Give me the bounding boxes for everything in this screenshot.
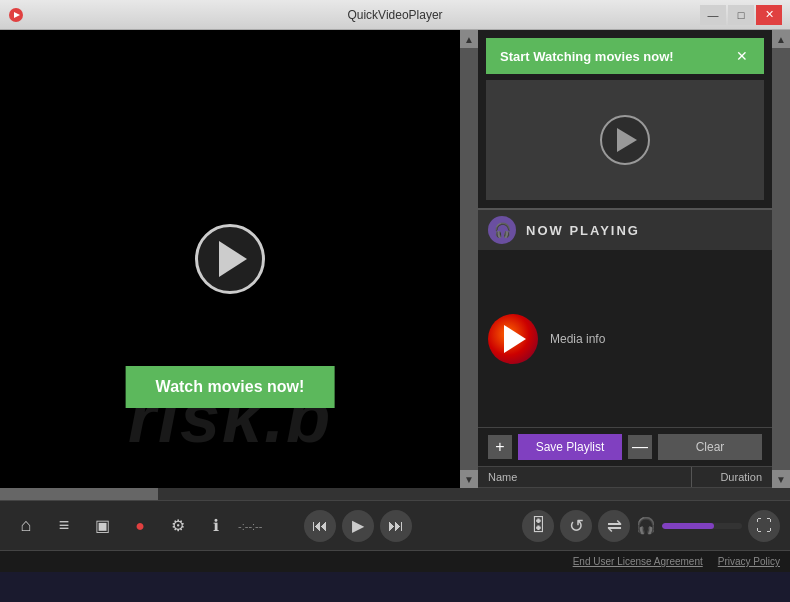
shuffle-button[interactable]: ⇌ — [598, 510, 630, 542]
now-playing-title: NOW PLAYING — [526, 223, 640, 238]
headphones-icon: 🎧 — [488, 216, 516, 244]
settings-button[interactable]: ⚙ — [162, 510, 194, 542]
next-button[interactable]: ⏭ — [380, 510, 412, 542]
playlist-table-header: Name Duration — [478, 466, 772, 488]
content-area: risk.b Watch movies now! ▲ ▼ Start Watch… — [0, 30, 790, 488]
right-scroll-up[interactable]: ▲ — [772, 30, 790, 48]
ad-section: Start Watching movies now! ✕ — [478, 30, 772, 208]
media-info-area: Media info — [478, 250, 772, 427]
ad-play-button[interactable] — [600, 115, 650, 165]
bottom-controls: ⌂ ≡ ▣ ● ⚙ ℹ -:--:-- ⏮ ▶ ⏭ 🎛 ↺ ⇌ 🎧 ⛶ — [0, 500, 790, 550]
close-button[interactable]: ✕ — [756, 5, 782, 25]
scroll-up-arrow[interactable]: ▲ — [460, 30, 478, 48]
window-title: QuickVideoPlayer — [347, 8, 442, 22]
home-button[interactable]: ⌂ — [10, 510, 42, 542]
eula-link[interactable]: End User License Agreement — [573, 556, 703, 567]
remove-button[interactable]: — — [628, 435, 652, 459]
now-playing-section: 🎧 NOW PLAYING Media info + Save Playlist — [478, 208, 772, 488]
status-bar: End User License Agreement Privacy Polic… — [0, 550, 790, 572]
volume-icon: 🎧 — [636, 516, 656, 535]
info-button[interactable]: ℹ — [200, 510, 232, 542]
scroll-track — [460, 48, 478, 470]
privacy-link[interactable]: Privacy Policy — [718, 556, 780, 567]
play-button[interactable]: ▶ — [342, 510, 374, 542]
media-logo-play-icon — [504, 325, 526, 353]
right-scroll-track — [772, 48, 790, 470]
playlist-col-name: Name — [478, 467, 692, 487]
equalizer-button[interactable]: 🎛 — [522, 510, 554, 542]
right-content: Start Watching movies now! ✕ 🎧 NOW PLAYI… — [478, 30, 772, 488]
playlist-col-duration: Duration — [692, 467, 772, 487]
save-playlist-button[interactable]: Save Playlist — [518, 434, 622, 460]
video-play-button[interactable] — [195, 224, 265, 294]
video-area: risk.b Watch movies now! — [0, 30, 460, 488]
minimize-button[interactable]: — — [700, 5, 726, 25]
title-bar: QuickVideoPlayer — □ ✕ — [0, 0, 790, 30]
main-container: risk.b Watch movies now! ▲ ▼ Start Watch… — [0, 30, 790, 572]
playlist-controls: + Save Playlist — Clear — [478, 427, 772, 466]
ad-video-thumbnail[interactable] — [486, 80, 764, 200]
record-button[interactable]: ● — [124, 510, 156, 542]
now-playing-header: 🎧 NOW PLAYING — [478, 210, 772, 250]
volume-slider[interactable] — [662, 523, 742, 529]
app-icon — [8, 7, 24, 23]
ad-banner-text: Start Watching movies now! — [500, 49, 674, 64]
clear-button[interactable]: Clear — [658, 434, 762, 460]
scroll-down-arrow[interactable]: ▼ — [460, 470, 478, 488]
right-panel-container: Start Watching movies now! ✕ 🎧 NOW PLAYI… — [478, 30, 790, 488]
right-scrollbar[interactable]: ▲ ▼ — [772, 30, 790, 488]
folder-button[interactable]: ▣ — [86, 510, 118, 542]
window-controls: — □ ✕ — [700, 5, 782, 25]
add-button[interactable]: + — [488, 435, 512, 459]
media-info-label: Media info — [550, 332, 605, 346]
watch-now-button[interactable]: Watch movies now! — [126, 366, 335, 408]
maximize-button[interactable]: □ — [728, 5, 754, 25]
ad-close-button[interactable]: ✕ — [734, 48, 750, 64]
left-scrollbar[interactable]: ▲ ▼ — [460, 30, 478, 488]
prev-button[interactable]: ⏮ — [304, 510, 336, 542]
repeat-button[interactable]: ↺ — [560, 510, 592, 542]
list-button[interactable]: ≡ — [48, 510, 80, 542]
volume-fill — [662, 523, 714, 529]
volume-area: 🎧 — [636, 516, 742, 535]
progress-fill — [0, 488, 158, 500]
fullscreen-button[interactable]: ⛶ — [748, 510, 780, 542]
right-scroll-down[interactable]: ▼ — [772, 470, 790, 488]
time-display: -:--:-- — [238, 520, 298, 532]
media-logo — [488, 314, 538, 364]
progress-bar[interactable] — [0, 488, 790, 500]
ad-banner[interactable]: Start Watching movies now! ✕ — [486, 38, 764, 74]
